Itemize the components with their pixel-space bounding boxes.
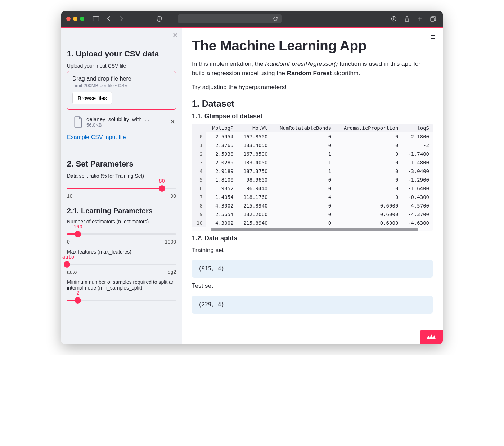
slider-split-ratio: Data split ratio (% for Training Set) 80… bbox=[67, 173, 176, 199]
split-ratio-slider[interactable]: 80 bbox=[67, 185, 176, 192]
file-dropzone[interactable]: Drag and drop file here Limit 200MB per … bbox=[67, 71, 176, 110]
table-row: 84.3002215.894000.6000-4.5700 bbox=[192, 201, 433, 210]
browser-chrome bbox=[61, 11, 443, 27]
heading-data-splits: 1.2. Data splits bbox=[192, 235, 433, 242]
table-row: 42.9189187.375010-3.0400 bbox=[192, 167, 433, 176]
max-features-slider[interactable]: auto bbox=[67, 261, 176, 268]
training-set-shape: (915, 4) bbox=[192, 260, 433, 278]
file-icon bbox=[73, 116, 83, 128]
intro-paragraph: In this implementation, the RandomForest… bbox=[192, 59, 433, 78]
max-feat-max: log2 bbox=[167, 269, 176, 275]
test-set-shape: (229, 4) bbox=[192, 296, 433, 314]
intro-paragraph-2: Try adjusting the hyperparameters! bbox=[192, 83, 433, 92]
browser-window: × 1. Upload your CSV data Upload your in… bbox=[61, 11, 443, 344]
close-window-button[interactable] bbox=[66, 17, 71, 21]
downloads-icon[interactable] bbox=[389, 14, 399, 24]
uploaded-file-row: delaney_solubility_with_... 56.0KB ✕ bbox=[67, 113, 176, 131]
heading-dataset: 1. Dataset bbox=[192, 99, 433, 109]
table-row: 92.5654132.206000.6000-4.3700 bbox=[192, 210, 433, 219]
slider-min-samples-split: Minimum number of samples required to sp… bbox=[67, 279, 176, 304]
table-row: 104.3002215.894000.6000-4.6300 bbox=[192, 219, 433, 227]
table-row: 61.935296.944000-1.6400 bbox=[192, 184, 433, 193]
heading-parameters: 2. Set Parameters bbox=[67, 159, 176, 169]
table-row: 32.0289133.405010-1.4800 bbox=[192, 158, 433, 167]
n-estimators-slider[interactable]: 100 bbox=[67, 231, 176, 237]
max-feat-min: auto bbox=[67, 269, 77, 275]
table-row: 71.4054118.176040-0.4300 bbox=[192, 193, 433, 201]
min-samples-split-slider[interactable]: 2 bbox=[67, 297, 176, 304]
sidebar-toggle-icon[interactable] bbox=[91, 14, 101, 24]
svg-rect-0 bbox=[93, 17, 99, 21]
table-row: 02.5954167.850000-2.1800 bbox=[192, 132, 433, 141]
n-est-max: 1000 bbox=[165, 239, 176, 245]
page-title: The Machine Learning App bbox=[192, 38, 433, 54]
remove-file-icon[interactable]: ✕ bbox=[170, 118, 175, 126]
table-row: 51.810098.960000-1.2900 bbox=[192, 176, 433, 184]
heading-upload: 1. Upload your CSV data bbox=[67, 49, 176, 59]
dropzone-subtitle: Limit 200MB per file • CSV bbox=[72, 83, 171, 88]
app-body: × 1. Upload your CSV data Upload your in… bbox=[61, 28, 443, 344]
min-samples-split-label: Minimum number of samples required to sp… bbox=[67, 279, 176, 291]
heading-learning-params: 2.1. Learning Parameters bbox=[67, 207, 176, 215]
table-column-header: MolWt bbox=[237, 124, 271, 132]
browse-files-button[interactable]: Browse files bbox=[72, 92, 112, 104]
example-csv-link[interactable]: Example CSV input file bbox=[67, 134, 126, 141]
n-est-min: 0 bbox=[67, 239, 70, 245]
tabs-icon[interactable] bbox=[428, 14, 438, 24]
forward-button[interactable] bbox=[117, 14, 127, 24]
main-content: ≡ The Machine Learning App In this imple… bbox=[182, 28, 443, 344]
table-column-header: AromaticProportion bbox=[335, 124, 402, 132]
max-features-label: Max features (max_features) bbox=[67, 249, 176, 255]
upload-label: Upload your input CSV file bbox=[67, 63, 176, 69]
reload-icon[interactable] bbox=[273, 16, 278, 21]
n-estimators-label: Number of estimators (n_estimators) bbox=[67, 219, 176, 224]
share-icon[interactable] bbox=[402, 14, 412, 24]
streamlit-badge-button[interactable] bbox=[420, 330, 443, 344]
maximize-window-button[interactable] bbox=[80, 17, 84, 21]
test-set-label: Test set bbox=[192, 281, 433, 291]
slider-n-estimators: Number of estimators (n_estimators) 100 … bbox=[67, 219, 176, 245]
table-horizontal-scrollbar[interactable] bbox=[211, 228, 418, 231]
sidebar-close-icon[interactable]: × bbox=[173, 31, 177, 40]
dropzone-title: Drag and drop file here bbox=[72, 76, 171, 82]
uploaded-file-size: 56.0KB bbox=[86, 122, 166, 128]
new-tab-icon[interactable] bbox=[415, 14, 425, 24]
split-min: 10 bbox=[67, 193, 73, 199]
table-row: 22.5938167.850010-1.7400 bbox=[192, 150, 433, 158]
table-column-header: logS bbox=[402, 124, 433, 132]
slider-max-features: Max features (max_features) auto auto lo… bbox=[67, 249, 176, 275]
split-max: 90 bbox=[170, 193, 176, 199]
back-button[interactable] bbox=[104, 14, 114, 24]
heading-glimpse: 1.1. Glimpse of dataset bbox=[192, 113, 433, 120]
minimize-window-button[interactable] bbox=[73, 17, 77, 21]
table-row: 12.3765133.405000-2 bbox=[192, 141, 433, 150]
menu-icon[interactable]: ≡ bbox=[431, 33, 436, 41]
training-set-label: Training set bbox=[192, 246, 433, 255]
sidebar: × 1. Upload your CSV data Upload your in… bbox=[61, 28, 182, 344]
address-bar[interactable] bbox=[178, 14, 282, 23]
dataset-table[interactable]: MolLogPMolWtNumRotatableBondsAromaticPro… bbox=[192, 124, 433, 231]
shield-icon[interactable] bbox=[154, 14, 164, 24]
table-column-header: MolLogP bbox=[206, 124, 237, 132]
window-controls bbox=[66, 17, 84, 21]
svg-rect-4 bbox=[430, 18, 434, 21]
table-column-header: NumRotatableBonds bbox=[271, 124, 335, 132]
uploaded-file-name: delaney_solubility_with_... bbox=[86, 116, 166, 122]
